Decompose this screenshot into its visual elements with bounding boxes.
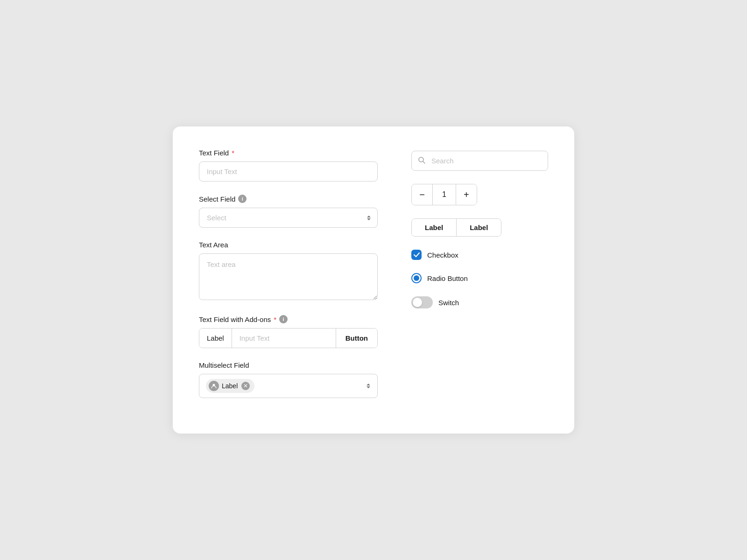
textarea-label-text: Text Area [199,241,228,249]
switch-thumb [413,298,422,307]
select-input[interactable]: Select [199,208,378,228]
form-card: Text Field * Select Field i Select [173,126,574,434]
radio-input[interactable] [411,273,422,283]
addon-button[interactable]: Button [336,329,377,348]
text-field-required: * [232,149,234,157]
switch-group: Switch [411,296,548,308]
stepper-decrement-button[interactable]: − [412,184,432,205]
radio-inner-dot [414,275,419,281]
stepper-increment-button[interactable]: + [456,184,477,205]
multiselect-arrow-icon [366,383,371,389]
multiselect-tag: Label ✕ [206,379,254,393]
checkbox-input[interactable] [411,250,422,260]
textarea-input[interactable] [199,253,378,300]
search-input[interactable] [411,151,548,171]
text-field-input[interactable] [199,161,378,182]
stepper: − 1 + [411,184,477,205]
tag-label: Label [222,382,238,390]
addon-label-text: Text Field with Add-ons [199,315,271,323]
addon-prefix-label: Label [199,329,232,348]
select-info-icon[interactable]: i [238,195,247,203]
multiselect-wrapper: Label ✕ [199,374,378,398]
select-field-group: Select Field i Select [199,195,378,228]
select-field-label: Select Field i [199,195,378,203]
form-grid: Text Field * Select Field i Select [199,149,548,411]
stepper-value: 1 [432,184,456,205]
search-icon [418,156,425,166]
left-column: Text Field * Select Field i Select [199,149,400,411]
checkbox-group: Checkbox [411,250,548,260]
multiselect-field[interactable]: Label ✕ [199,374,378,398]
radio-label: Radio Button [427,274,468,282]
select-field-label-text: Select Field [199,195,235,203]
segmented-control: Label Label [411,218,501,237]
radio-group: Radio Button [411,273,548,283]
tag-remove-button[interactable]: ✕ [241,382,250,390]
switch-label: Switch [438,299,459,307]
addon-field-label: Text Field with Add-ons * i [199,315,378,323]
textarea-field-group: Text Area [199,241,378,302]
multiselect-field-group: Multiselect Field Label ✕ [199,361,378,398]
search-field-group [411,151,548,171]
addon-text-input[interactable] [232,329,336,348]
addon-field-wrapper: Label Button [199,328,378,348]
tag-avatar-icon [209,381,219,391]
multiselect-label-text: Multiselect Field [199,361,249,369]
switch-input[interactable] [411,296,433,308]
checkbox-label: Checkbox [427,251,458,259]
text-field-group: Text Field * [199,149,378,182]
svg-line-2 [423,161,425,163]
text-field-label-text: Text Field [199,149,229,157]
segment-button-0[interactable]: Label [412,219,457,236]
right-column: − 1 + Label Label Checkbox [400,149,548,411]
addon-field-group: Text Field with Add-ons * i Label Button [199,315,378,348]
multiselect-field-label: Multiselect Field [199,361,378,369]
select-wrapper: Select [199,208,378,228]
textarea-field-label: Text Area [199,241,378,249]
addon-info-icon[interactable]: i [279,315,288,323]
addon-required: * [274,315,276,323]
segment-button-1[interactable]: Label [457,219,501,236]
text-field-label: Text Field * [199,149,378,157]
